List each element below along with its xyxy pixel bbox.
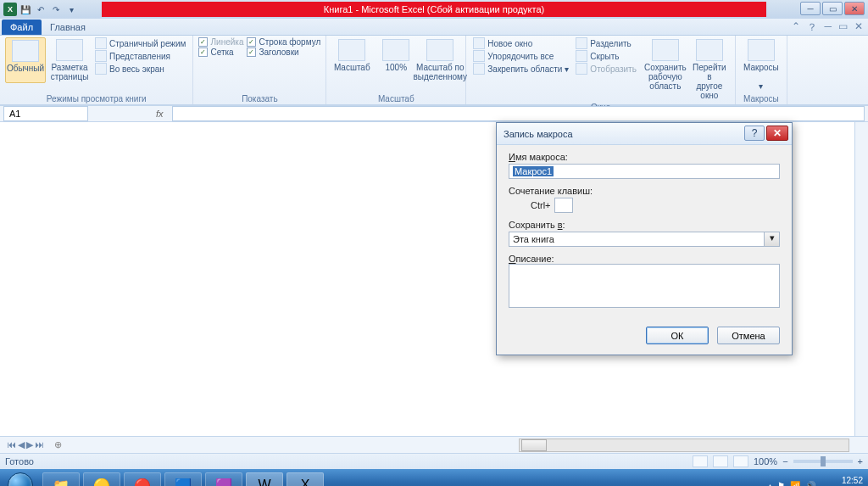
mdi-restore-icon[interactable]: ▭: [838, 20, 848, 35]
formula-input[interactable]: [172, 106, 865, 121]
macro-name-input[interactable]: Макрос1: [509, 164, 780, 179]
qat-redo-icon[interactable]: ↷: [49, 3, 63, 16]
zoom-button[interactable]: Масштаб: [331, 37, 372, 83]
unhide-button: Отобразить: [574, 63, 638, 75]
shortcut-key-input[interactable]: [554, 198, 573, 213]
dialog-title: Запись макроса: [504, 129, 573, 139]
title-bar: X 💾 ↶ ↷ ▾ Книга1 - Microsoft Excel (Сбой…: [0, 0, 868, 19]
qat-save-icon[interactable]: 💾: [19, 3, 32, 16]
sheet-nav-last-icon[interactable]: ⏭: [35, 439, 44, 450]
minimize-button[interactable]: ─: [800, 2, 821, 15]
view-pagebreak-icon[interactable]: [733, 455, 748, 467]
zoom-slider[interactable]: [793, 460, 853, 463]
ribbon-minimize-icon[interactable]: ⌃: [792, 20, 800, 35]
view-normal-button[interactable]: Обычный: [5, 37, 46, 83]
status-bar: Готово 100% − +: [0, 453, 868, 469]
new-sheet-icon[interactable]: ⊕: [54, 439, 62, 450]
tray-more-icon[interactable]: ▴: [768, 481, 772, 487]
taskbar-word-icon[interactable]: W: [246, 472, 283, 486]
view-custom-views-button[interactable]: Представления: [93, 50, 187, 62]
shortcut-prefix: Ctrl+: [531, 200, 551, 210]
windows-taskbar: 📁 🟡 🔴 🟦 🟪 W X ▴ ⚑ 📶 🔊 12:5212.08.2012: [0, 469, 868, 486]
formula-bar: A1 fx: [0, 105, 868, 122]
switch-windows-button[interactable]: Перейти в другое окно: [689, 37, 730, 102]
tray-volume-icon[interactable]: 🔊: [805, 481, 815, 487]
chk-ruler: ✓Линейка: [198, 37, 243, 47]
new-window-button[interactable]: Новое окно: [471, 37, 570, 49]
description-label: Описание:: [509, 254, 554, 264]
group-label-zoom: Масштаб: [331, 93, 460, 103]
chk-gridlines[interactable]: ✓Сетка: [198, 47, 243, 57]
sheet-nav-first-icon[interactable]: ⏮: [7, 439, 16, 450]
group-label-views: Режимы просмотра книги: [5, 93, 187, 103]
help-icon[interactable]: ？: [807, 20, 817, 35]
sheet-nav-next-icon[interactable]: ▶: [26, 439, 33, 450]
savein-select[interactable]: Эта книга: [509, 232, 765, 247]
freeze-panes-button[interactable]: Закрепить области ▾: [471, 63, 570, 75]
split-button[interactable]: Разделить: [574, 37, 638, 49]
dialog-close-button[interactable]: ✕: [766, 126, 788, 141]
mdi-minimize-icon[interactable]: ─: [824, 20, 832, 35]
horizontal-scrollbar[interactable]: [519, 439, 849, 452]
group-label-show: Показать: [198, 93, 320, 103]
tray-clock[interactable]: 12:5212.08.2012: [821, 476, 863, 486]
taskbar-chrome-icon[interactable]: 🟡: [83, 472, 120, 486]
qat-undo-icon[interactable]: ↶: [34, 3, 47, 16]
quick-access-toolbar: X 💾 ↶ ↷ ▾: [0, 3, 78, 16]
savein-dropdown-icon[interactable]: ▾: [765, 232, 780, 247]
zoom-100-button[interactable]: 100%: [376, 37, 416, 83]
view-pagebreak-button[interactable]: Страничный режим: [93, 37, 187, 49]
ok-button[interactable]: ОК: [646, 327, 709, 344]
hide-button[interactable]: Скрыть: [574, 50, 638, 62]
taskbar-app1-icon[interactable]: 🟦: [164, 472, 202, 486]
ribbon: Обычный Разметка страницы Страничный реж…: [0, 36, 868, 105]
group-label-macros: Макросы: [741, 93, 782, 103]
description-input[interactable]: [509, 264, 780, 308]
view-fullscreen-button[interactable]: Во весь экран: [93, 63, 187, 75]
name-box[interactable]: A1: [3, 106, 88, 121]
fx-icon[interactable]: fx: [156, 109, 164, 119]
sheet-tab-bar: ⏮ ◀ ▶ ⏭ ⊕: [0, 436, 868, 453]
macros-button[interactable]: Макросы▾: [741, 37, 782, 92]
zoom-to-selection-button[interactable]: Масштаб по выделенному: [420, 37, 460, 83]
view-layout-icon[interactable]: [713, 455, 728, 467]
maximize-button[interactable]: ▭: [822, 2, 843, 15]
chk-formula-bar[interactable]: ✓Строка формул: [247, 37, 320, 47]
vertical-scrollbar[interactable]: [854, 122, 868, 436]
shortcut-label: Сочетание клавиш:: [509, 186, 593, 196]
tab-Главная[interactable]: Главная: [43, 20, 92, 35]
cancel-button[interactable]: Отмена: [717, 327, 780, 344]
arrange-all-button[interactable]: Упорядочить все: [471, 50, 570, 62]
tray-network-icon[interactable]: 📶: [790, 481, 800, 487]
zoom-level[interactable]: 100%: [754, 456, 777, 466]
excel-icon: X: [3, 3, 17, 16]
savein-label: Сохранить в:: [509, 220, 565, 230]
window-title: Книга1 - Microsoft Excel (Сбой активации…: [102, 2, 766, 17]
dialog-help-button[interactable]: ?: [744, 126, 765, 141]
macro-name-label: Имя макроса:: [509, 152, 568, 162]
zoom-out-icon[interactable]: −: [782, 456, 787, 466]
view-page-layout-button[interactable]: Разметка страницы: [49, 37, 90, 83]
view-normal-icon[interactable]: [693, 455, 708, 467]
close-button[interactable]: ✕: [844, 2, 865, 15]
taskbar-opera-icon[interactable]: 🔴: [124, 472, 161, 486]
status-ready: Готово: [5, 456, 34, 466]
taskbar-app2-icon[interactable]: 🟪: [205, 472, 242, 486]
chk-headings[interactable]: ✓Заголовки: [247, 47, 320, 57]
qat-more-icon[interactable]: ▾: [64, 3, 78, 16]
sheet-nav-prev-icon[interactable]: ◀: [18, 439, 25, 450]
taskbar-explorer-icon[interactable]: 📁: [42, 472, 80, 486]
zoom-in-icon[interactable]: +: [858, 456, 863, 466]
tray-flag-icon[interactable]: ⚑: [777, 481, 785, 487]
tab-file[interactable]: Файл: [2, 20, 42, 35]
record-macro-dialog: Запись макроса ? ✕ Имя макроса: Макрос1 …: [496, 122, 793, 355]
start-button[interactable]: [2, 471, 39, 486]
mdi-close-icon[interactable]: ✕: [854, 20, 863, 35]
save-workspace-button[interactable]: Сохранить рабочую область: [645, 37, 686, 102]
ribbon-tabs: Файл Главная ⌃ ？ ─ ▭ ✕: [0, 19, 868, 36]
taskbar-excel-icon[interactable]: X: [287, 472, 324, 486]
